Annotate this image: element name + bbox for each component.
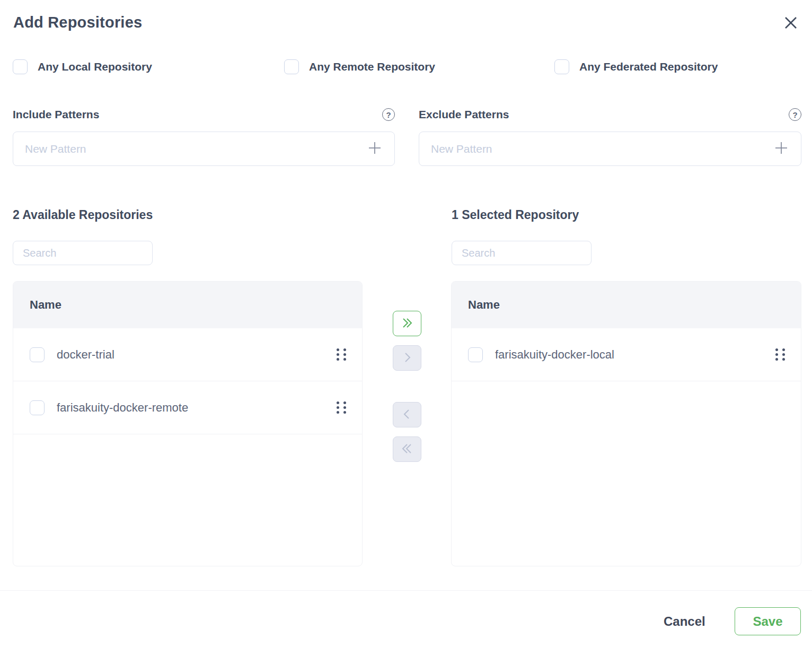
move-left-button[interactable] <box>393 402 421 427</box>
close-button[interactable] <box>781 14 800 33</box>
move-right-button[interactable] <box>393 345 421 371</box>
exclude-patterns-section: Exclude Patterns ? <box>419 107 801 166</box>
available-name-column-header: Name <box>30 298 61 312</box>
table-row[interactable]: farisakuity-docker-remote <box>13 381 362 434</box>
any-federated-repository-option[interactable]: Any Federated Repository <box>554 59 718 74</box>
available-repositories-table: Name docker-trial farisakuity-docker-rem… <box>13 281 363 566</box>
selected-name-column-header: Name <box>468 298 500 312</box>
include-pattern-input[interactable] <box>25 143 367 155</box>
any-remote-repository-checkbox[interactable] <box>284 59 299 74</box>
cancel-button[interactable]: Cancel <box>653 608 716 635</box>
available-table-header: Name <box>13 282 362 328</box>
any-local-repository-label: Any Local Repository <box>38 60 152 73</box>
plus-icon <box>774 141 789 157</box>
plus-icon <box>367 141 382 157</box>
drag-handle-icon[interactable] <box>334 399 348 416</box>
exclude-patterns-help-icon[interactable]: ? <box>789 108 801 121</box>
any-remote-repository-option[interactable]: Any Remote Repository <box>284 59 435 74</box>
move-all-left-button[interactable] <box>393 436 421 462</box>
include-patterns-help-icon[interactable]: ? <box>382 108 395 121</box>
include-patterns-label: Include Patterns <box>13 108 99 121</box>
move-all-right-button[interactable] <box>393 311 421 336</box>
drag-handle-icon[interactable] <box>773 346 787 363</box>
any-federated-repository-checkbox[interactable] <box>554 59 569 74</box>
add-exclude-pattern-button[interactable] <box>773 141 789 157</box>
exclude-patterns-label: Exclude Patterns <box>419 108 509 121</box>
any-local-repository-checkbox[interactable] <box>13 59 28 74</box>
chevron-right-icon <box>401 352 413 365</box>
repository-name: farisakuity-docker-remote <box>57 401 334 415</box>
any-federated-repository-label: Any Federated Repository <box>579 60 718 73</box>
selected-table-header: Name <box>452 282 801 328</box>
drag-handle-icon[interactable] <box>334 346 348 363</box>
selected-repositories-table: Name farisakuity-docker-local <box>451 281 801 566</box>
any-remote-repository-label: Any Remote Repository <box>309 60 435 73</box>
include-patterns-section: Include Patterns ? <box>13 107 395 166</box>
double-chevron-left-icon <box>401 443 413 456</box>
add-include-pattern-button[interactable] <box>367 141 383 157</box>
page-title: Add Repositories <box>13 14 142 31</box>
row-checkbox[interactable] <box>468 347 483 362</box>
save-button[interactable]: Save <box>735 607 801 635</box>
selected-repository-heading: 1 Selected Repository <box>452 208 579 222</box>
chevron-left-icon <box>401 408 413 422</box>
any-local-repository-option[interactable]: Any Local Repository <box>13 59 152 74</box>
repository-name: farisakuity-docker-local <box>495 348 773 362</box>
footer-divider <box>0 590 812 591</box>
table-row[interactable]: docker-trial <box>13 328 362 381</box>
table-row[interactable]: farisakuity-docker-local <box>452 328 801 381</box>
row-checkbox[interactable] <box>30 347 45 362</box>
close-icon <box>783 15 799 32</box>
available-repositories-heading: 2 Available Repositories <box>13 208 153 222</box>
selected-search-input[interactable] <box>452 241 592 265</box>
repository-name: docker-trial <box>57 348 334 362</box>
row-checkbox[interactable] <box>30 400 45 415</box>
available-search-input[interactable] <box>13 241 153 265</box>
exclude-pattern-input[interactable] <box>431 143 773 155</box>
double-chevron-right-icon <box>401 317 413 330</box>
